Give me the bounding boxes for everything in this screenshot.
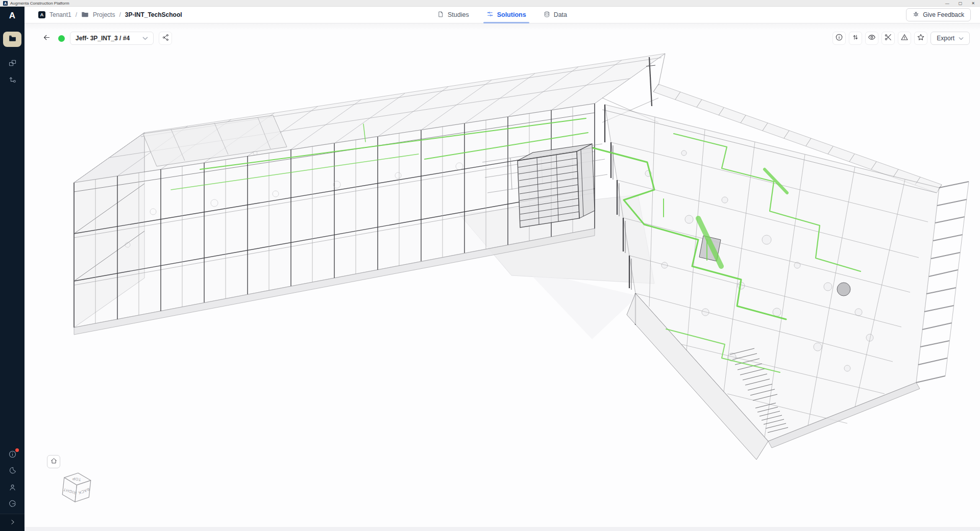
close-button[interactable]: ✕ — [971, 0, 975, 7]
share-icon — [162, 34, 169, 43]
sidebar-expand-button[interactable] — [0, 514, 24, 531]
home-view-button[interactable] — [47, 455, 60, 468]
tab-data[interactable]: Data — [543, 7, 568, 23]
sidebar-item-blocks[interactable] — [3, 56, 21, 71]
favorite-button[interactable] — [914, 32, 927, 45]
flow-route-icon — [8, 75, 17, 86]
breadcrumb-tenant[interactable]: Tenant1 — [50, 11, 71, 18]
viewport-3d[interactable]: Jeff- 3P_INT_3 / #4 Export — [24, 23, 980, 531]
maximize-button[interactable]: ▢ — [959, 0, 963, 7]
measure-button[interactable] — [849, 32, 862, 45]
sidebar-item-flow[interactable] — [3, 72, 21, 88]
user-icon — [8, 483, 17, 494]
window-titlebar: A Augmenta Construction Platform — ▢ ✕ — [0, 0, 980, 7]
chevron-right-icon — [9, 518, 16, 527]
breadcrumb-projects[interactable]: Projects — [93, 11, 115, 18]
chevron-down-icon — [959, 35, 964, 42]
building-right-wing — [602, 84, 969, 460]
app-icon: A — [3, 1, 8, 6]
visibility-button[interactable] — [865, 32, 878, 45]
info-button[interactable] — [832, 32, 846, 45]
notification-badge — [15, 448, 19, 452]
sidebar-item-notifications[interactable] — [3, 447, 21, 463]
chevron-down-icon — [142, 35, 148, 42]
star-icon — [917, 33, 925, 43]
gauge-icon — [8, 499, 17, 510]
info-circle-icon — [835, 33, 843, 43]
solutions-routes-icon — [486, 11, 494, 19]
folder-icon — [8, 34, 17, 45]
sidebar: A — [0, 7, 24, 531]
folder-icon — [81, 11, 89, 19]
top-navbar: A Tenant1 / Projects / 3P-INT_TechSchool… — [24, 7, 980, 23]
brand-logo: A — [0, 11, 24, 21]
tab-studies[interactable]: Studies — [436, 7, 470, 23]
tab-label: Solutions — [497, 11, 526, 18]
give-feedback-button[interactable]: Give Feedback — [906, 8, 971, 21]
measure-icon — [851, 33, 860, 43]
tab-label: Data — [554, 11, 567, 18]
warning-triangle-icon — [900, 33, 909, 43]
tab-solutions[interactable]: Solutions — [485, 7, 527, 23]
status-indicator — [58, 35, 65, 42]
model-selector-label: Jeff- 3P_INT_3 / #4 — [76, 35, 130, 42]
back-button[interactable] — [40, 32, 53, 45]
model-selector-dropdown[interactable]: Jeff- 3P_INT_3 / #4 — [70, 32, 154, 45]
minimize-button[interactable]: — — [945, 0, 949, 7]
document-icon — [437, 11, 444, 19]
issues-button[interactable] — [898, 32, 911, 45]
window-title: Augmenta Construction Platform — [10, 1, 69, 6]
sidebar-item-theme[interactable] — [3, 464, 21, 479]
sidebar-item-account[interactable] — [3, 481, 21, 496]
building-model — [24, 23, 980, 531]
export-button[interactable]: Export — [930, 32, 970, 45]
section-cut-button[interactable] — [881, 32, 895, 45]
canvas-bottom-strip — [24, 527, 980, 531]
eye-icon — [868, 33, 876, 43]
breadcrumb-separator: / — [119, 11, 120, 18]
blocks-icon — [8, 59, 17, 69]
sidebar-item-projects[interactable] — [3, 32, 21, 47]
breadcrumb-current-project: 3P-INT_TechSchool — [125, 11, 182, 18]
sidebar-item-status[interactable] — [3, 497, 21, 512]
building-stair-core — [518, 144, 595, 227]
database-icon — [544, 11, 550, 19]
scissors-icon — [884, 33, 892, 43]
tenant-logo-icon: A — [38, 11, 45, 18]
moon-icon — [8, 466, 17, 477]
feedback-label: Give Feedback — [923, 11, 964, 18]
info-icon — [8, 450, 17, 461]
main-tabs: Studies Solutions Data — [436, 7, 568, 23]
tab-label: Studies — [448, 11, 469, 18]
share-button[interactable] — [159, 32, 172, 45]
home-icon — [50, 457, 58, 467]
breadcrumb-separator: / — [76, 11, 77, 18]
viewer-toolbar-left: Jeff- 3P_INT_3 / #4 — [40, 32, 172, 45]
bug-icon — [913, 11, 919, 19]
breadcrumb: A Tenant1 / Projects / 3P-INT_TechSchool — [38, 11, 182, 19]
view-cube[interactable]: TOP RIGHT BACK — [56, 469, 97, 508]
arrow-left-icon — [42, 33, 51, 44]
viewer-toolbar-right: Export — [832, 32, 970, 45]
export-label: Export — [937, 35, 954, 42]
